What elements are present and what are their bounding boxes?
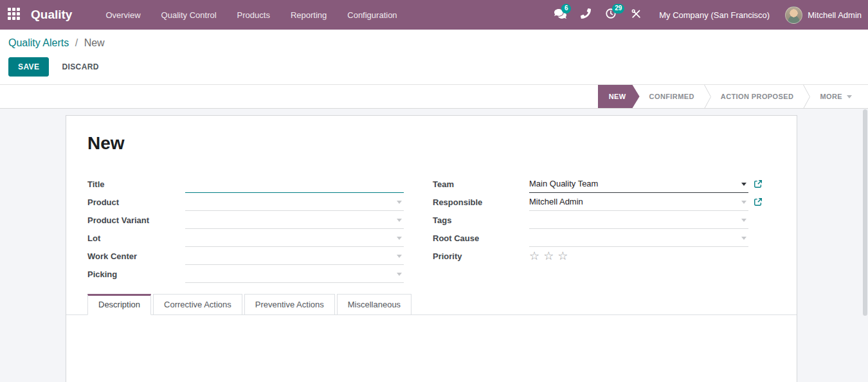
tab-description[interactable]: Description: [87, 294, 151, 315]
form-view: New Title Product: [0, 109, 868, 382]
star-icon[interactable]: ☆: [543, 250, 554, 262]
work-center-label: Work Center: [87, 251, 185, 261]
priority-widget: ☆ ☆ ☆: [529, 247, 748, 265]
picking-input[interactable]: [185, 265, 404, 283]
external-link-icon[interactable]: [754, 179, 763, 191]
stage-new[interactable]: NEW: [598, 85, 640, 108]
voip-button[interactable]: [574, 0, 598, 30]
menu-item-overview[interactable]: Overview: [95, 0, 150, 30]
root-cause-label: Root Cause: [433, 233, 529, 243]
stage-separator-icon: [704, 85, 711, 108]
team-value: Main Quality Team: [529, 179, 598, 189]
app-name[interactable]: Quality: [31, 8, 72, 22]
activities-badge: 29: [612, 4, 624, 14]
dropdown-caret-icon[interactable]: [397, 273, 402, 276]
responsible-label: Responsible: [433, 197, 529, 207]
stage-more-label: MORE: [820, 93, 842, 100]
statusbar: NEW CONFIRMED ACTION PROPOSED MORE: [0, 85, 868, 109]
dropdown-caret-icon[interactable]: [397, 237, 402, 240]
root-cause-input[interactable]: [529, 229, 748, 247]
dropdown-caret-icon[interactable]: [741, 219, 746, 222]
dropdown-caret-icon[interactable]: [741, 183, 746, 186]
systray: 6 29 My Company (San Francisco) Mitchell…: [547, 0, 863, 30]
title-label: Title: [87, 179, 185, 189]
picking-label: Picking: [87, 269, 185, 279]
form-left-column: Title Product Product Variant: [87, 175, 404, 283]
responsible-value: Mitchell Admin: [529, 197, 583, 207]
vertical-scrollbar[interactable]: [863, 109, 867, 316]
priority-stars: ☆ ☆ ☆: [529, 250, 568, 262]
breadcrumb-current: New: [84, 37, 105, 48]
tab-miscellaneous[interactable]: Miscellaneous: [337, 294, 411, 315]
field-row-work-center: Work Center: [87, 247, 404, 265]
breadcrumb: Quality Alerts / New: [8, 37, 868, 49]
priority-label: Priority: [433, 251, 529, 261]
star-icon[interactable]: ☆: [529, 250, 539, 262]
tags-label: Tags: [433, 215, 529, 225]
tools-button[interactable]: [624, 0, 649, 30]
stage-action-proposed[interactable]: ACTION PROPOSED: [711, 85, 804, 108]
phone-icon: [581, 8, 591, 21]
menu-item-products[interactable]: Products: [227, 0, 280, 30]
messages-button[interactable]: 6: [547, 0, 574, 30]
title-input[interactable]: [185, 175, 404, 193]
stage-separator-icon: [803, 85, 810, 108]
notebook-tabs: Description Corrective Actions Preventiv…: [66, 294, 797, 315]
external-link-icon[interactable]: [754, 197, 763, 209]
stage-more-dropdown[interactable]: MORE: [810, 85, 862, 108]
menu-item-configuration[interactable]: Configuration: [337, 0, 407, 30]
field-row-product: Product: [87, 193, 404, 211]
field-row-responsible: Responsible Mitchell Admin: [433, 193, 748, 211]
tab-corrective-actions[interactable]: Corrective Actions: [153, 294, 242, 315]
dropdown-caret-icon[interactable]: [741, 201, 746, 204]
field-row-team: Team Main Quality Team: [433, 175, 748, 193]
lot-input[interactable]: [185, 229, 404, 247]
field-row-tags: Tags: [433, 211, 748, 229]
team-input[interactable]: Main Quality Team: [529, 175, 748, 193]
product-variant-label: Product Variant: [87, 215, 185, 225]
menu-item-reporting[interactable]: Reporting: [280, 0, 337, 30]
field-row-product-variant: Product Variant: [87, 211, 404, 229]
field-row-priority: Priority ☆ ☆ ☆: [433, 247, 748, 265]
tags-input[interactable]: [529, 211, 748, 229]
description-editor-area[interactable]: [66, 315, 797, 382]
form-right-column: Team Main Quality Team Responsible Mi: [433, 175, 748, 283]
apps-menu-icon[interactable]: [8, 8, 22, 22]
star-icon[interactable]: ☆: [557, 250, 568, 262]
form-sheet: New Title Product: [66, 115, 797, 382]
tab-preventive-actions[interactable]: Preventive Actions: [244, 294, 335, 315]
user-menu[interactable]: Mitchell Admin: [780, 0, 863, 30]
responsible-input[interactable]: Mitchell Admin: [529, 193, 748, 211]
field-row-root-cause: Root Cause: [433, 229, 748, 247]
product-variant-input[interactable]: [185, 211, 404, 229]
lot-label: Lot: [87, 233, 185, 243]
control-panel: Quality Alerts / New SAVE DISCARD: [0, 30, 868, 85]
record-title: New: [87, 133, 775, 154]
dropdown-caret-icon[interactable]: [397, 255, 402, 258]
discard-button[interactable]: DISCARD: [58, 58, 102, 76]
chevron-down-icon: [847, 95, 852, 98]
main-menu: Overview Quality Control Products Report…: [95, 0, 407, 30]
menu-item-quality-control[interactable]: Quality Control: [151, 0, 227, 30]
dropdown-caret-icon[interactable]: [741, 237, 746, 240]
product-label: Product: [87, 197, 185, 207]
breadcrumb-quality-alerts[interactable]: Quality Alerts: [8, 37, 69, 48]
save-button[interactable]: SAVE: [8, 57, 49, 77]
company-switcher[interactable]: My Company (San Francisco): [649, 0, 780, 30]
user-avatar: [785, 6, 802, 24]
dropdown-caret-icon[interactable]: [397, 201, 402, 204]
dropdown-caret-icon[interactable]: [397, 219, 402, 222]
activities-button[interactable]: 29: [598, 0, 624, 30]
field-row-title: Title: [87, 175, 404, 193]
team-label: Team: [433, 179, 529, 189]
messages-badge: 6: [561, 4, 571, 14]
product-input[interactable]: [185, 193, 404, 211]
notebook: Description Corrective Actions Preventiv…: [66, 294, 797, 382]
stage-confirmed[interactable]: CONFIRMED: [640, 85, 704, 108]
work-center-input[interactable]: [185, 247, 404, 265]
field-row-lot: Lot: [87, 229, 404, 247]
wrench-screwdriver-icon: [631, 8, 642, 22]
breadcrumb-separator: /: [75, 37, 78, 48]
top-navbar: Quality Overview Quality Control Product…: [0, 0, 868, 30]
field-row-picking: Picking: [87, 265, 404, 283]
